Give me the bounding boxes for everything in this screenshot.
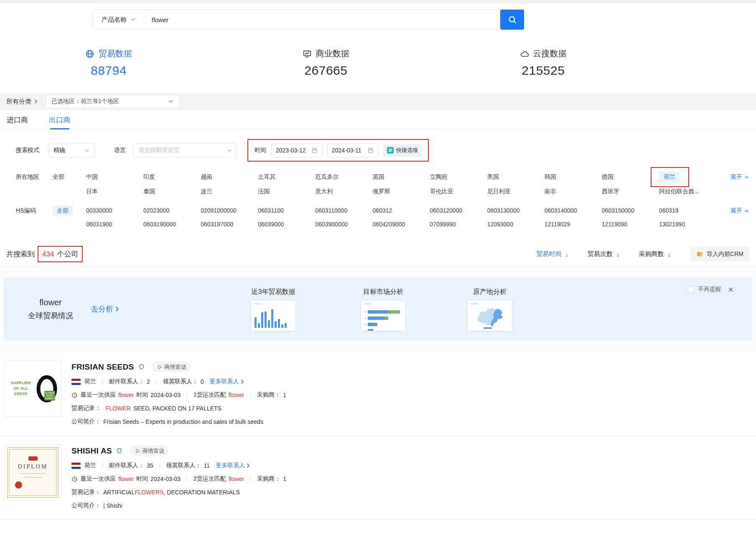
netherlands-flag-icon	[71, 379, 81, 385]
card-target-market[interactable]: 目标市场分析	[356, 288, 410, 331]
filter-option[interactable]: 厄瓜多尔	[315, 173, 339, 181]
filter-option[interactable]: 0604209000	[372, 221, 405, 228]
filter-option[interactable]: 06031100	[258, 207, 283, 214]
arrow-down-icon: ↓	[668, 251, 671, 258]
company-name[interactable]: SHISHI AS	[71, 446, 112, 456]
product-name-dropdown[interactable]: 产品名称	[93, 14, 144, 25]
company-name[interactable]: FRISIAN SEEDS	[71, 362, 134, 372]
filter-option[interactable]: 泰国	[143, 188, 155, 195]
language-select[interactable]: 请选择翻译语言	[133, 143, 237, 157]
filter-option[interactable]: 土耳其	[258, 173, 275, 181]
sort-trade-count[interactable]: 贸易次数↓	[588, 250, 620, 258]
tab-exporter[interactable]: 出口商	[49, 110, 70, 129]
card-trade-3years[interactable]: 近3年贸易数据	[246, 288, 300, 331]
filter-option[interactable]: 俄罗斯	[372, 188, 390, 195]
trade-record-rest: SEED, PACKED ON 17 PALLETS	[133, 405, 221, 412]
logo-text: DIPLOM	[18, 463, 48, 470]
filter-option[interactable]: 0603190000	[143, 221, 176, 228]
bar	[278, 319, 280, 328]
search-section: 产品名称 贸易数据 88794 商业数据 267665 云搜数据	[0, 3, 756, 78]
filter-option[interactable]: 12119090	[602, 221, 627, 228]
region-expand-link[interactable]: 展开	[731, 173, 749, 181]
filter-option[interactable]: 阿拉伯联合酋...	[659, 188, 699, 195]
filter-option[interactable]: 06031900	[86, 221, 112, 228]
filter-option[interactable]: 立陶宛	[430, 173, 448, 181]
filter-option[interactable]: 0603900000	[315, 221, 348, 228]
date-from-input[interactable]: 2023-03-12	[271, 143, 322, 157]
more-contacts-link[interactable]: 更多联系人	[210, 378, 244, 385]
filter-option[interactable]: 0603150000	[602, 207, 634, 214]
search-input[interactable]	[144, 10, 500, 29]
region-option-all[interactable]: 全部	[53, 172, 86, 195]
filter-option[interactable]: 日本	[86, 188, 98, 195]
certificate-image: DIPLOM	[7, 447, 59, 498]
hs-option-all[interactable]: 全部	[53, 205, 86, 228]
email-contacts-value: 35	[147, 462, 153, 469]
filter-option[interactable]: 13021990	[659, 221, 685, 228]
stat-business-data[interactable]: 商业数据 267665	[217, 48, 435, 78]
hs-code-options-grid: 0033000002023000020910000000603110006031…	[86, 205, 716, 228]
filter-option[interactable]: 02091000000	[201, 207, 237, 214]
filter-option[interactable]: 英国	[372, 173, 384, 181]
selected-region-dropdown[interactable]: 已选地区：荷兰等1个地区	[46, 95, 179, 108]
buyers-value: 1	[283, 392, 286, 398]
filter-option[interactable]: 0603197000	[201, 221, 233, 228]
filter-option[interactable]: 12093000	[487, 221, 513, 228]
trade-record-rest: , DECORATION MATERIALS	[163, 489, 239, 496]
business-radar-badge[interactable]: 商情雷达	[152, 362, 191, 372]
company-logo[interactable]: SUPPLIER OF ALL SEEDS FLOWER BLEND EXPER…	[4, 360, 61, 417]
filter-option[interactable]: 南非	[545, 188, 556, 195]
buyers-label: 采购商：	[257, 475, 280, 483]
filter-option[interactable]: 00330000	[86, 207, 112, 214]
filter-option[interactable]: 法国	[258, 188, 270, 195]
tab-importer[interactable]: 进口商	[7, 110, 28, 129]
filter-option[interactable]: 02023000	[143, 207, 169, 214]
filter-option[interactable]: 06039000	[258, 221, 284, 228]
netherlands-flag-icon	[71, 463, 81, 469]
import-crm-button[interactable]: 导入内部CRM	[690, 247, 750, 262]
sort-buyer-count[interactable]: 采购商数↓	[639, 250, 671, 258]
dismiss-checkbox[interactable]	[688, 286, 694, 293]
filter-option[interactable]: 060312	[372, 207, 392, 214]
search-mode-select[interactable]: 精确	[48, 143, 94, 157]
filter-option[interactable]: 荷兰	[659, 172, 680, 182]
company-logo[interactable]: DIPLOM	[4, 444, 61, 501]
filter-option[interactable]: 0603130000	[487, 207, 520, 214]
filter-option[interactable]: 12119029	[545, 221, 570, 228]
stat-label: 云搜数据	[533, 48, 566, 59]
filter-option[interactable]: 0603110000	[315, 207, 347, 214]
go-analyze-link[interactable]: 去分析	[91, 304, 119, 314]
filter-option[interactable]: 意大利	[315, 188, 333, 195]
filter-option[interactable]: 哥伦比亚	[430, 188, 453, 195]
filter-option[interactable]: 韩国	[545, 173, 556, 181]
close-icon[interactable]	[728, 286, 734, 293]
stat-trade-data[interactable]: 贸易数据 88794	[0, 48, 217, 78]
filter-option[interactable]: 0603120000	[430, 207, 463, 214]
filter-option[interactable]: 印度	[143, 173, 155, 181]
filter-option[interactable]: 美国	[487, 173, 499, 181]
search-button[interactable]	[500, 10, 524, 30]
company-card: SUPPLIER OF ALL SEEDS FLOWER BLEND EXPER…	[0, 352, 756, 436]
business-radar-badge[interactable]: 商情雷达	[130, 446, 169, 456]
filter-option[interactable]: 波兰	[201, 188, 212, 195]
filter-option[interactable]: 060319	[659, 207, 679, 214]
filter-option[interactable]: 西班牙	[602, 188, 619, 195]
region-options-grid: 中国印度越南土耳其厄瓜多尔英国立陶宛美国韩国德国荷兰日本泰国波兰法国意大利俄罗斯…	[86, 172, 716, 195]
date-to-input[interactable]: 2024-03-11	[327, 143, 378, 157]
top-strip	[0, 0, 756, 3]
filter-option[interactable]: 中国	[86, 173, 98, 181]
filter-option[interactable]: 越南	[201, 173, 212, 181]
logo-text: SUPPLIER OF ALL SEEDS	[8, 380, 34, 397]
filter-option[interactable]: 0603140000	[545, 207, 577, 214]
quick-options-button[interactable]: ⌘ 快捷选项	[383, 144, 422, 157]
more-contacts-link[interactable]: 更多联系人	[216, 462, 250, 469]
stat-cloud-search-data[interactable]: 云搜数据 215525	[435, 48, 652, 78]
filter-option[interactable]: 07099990	[430, 221, 456, 228]
filter-option[interactable]: 尼日利亚	[487, 188, 511, 195]
hs-expand-link[interactable]: 展开	[731, 207, 749, 215]
breadcrumb[interactable]: 所有分类	[6, 98, 38, 106]
card-origin-analysis[interactable]: 原产地分析	[463, 288, 517, 331]
sort-trade-time[interactable]: 贸易时间↓	[537, 250, 569, 258]
filter-option[interactable]: 德国	[602, 173, 613, 181]
chevron-down-icon	[227, 149, 232, 152]
